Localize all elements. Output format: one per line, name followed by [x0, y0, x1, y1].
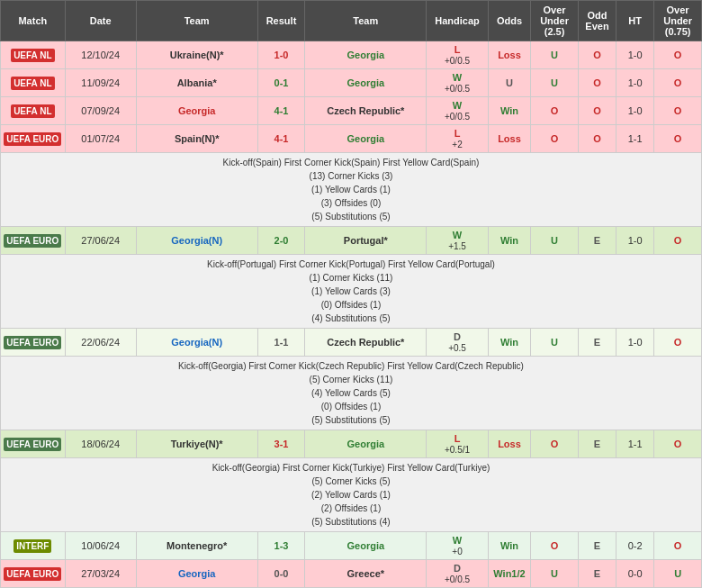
match-label-cell: INTERF [1, 532, 66, 560]
team1-name: Georgia [136, 560, 257, 588]
ht-score: 1-1 [616, 430, 654, 458]
ou075-value: O [654, 329, 702, 357]
odds-value: Win [488, 532, 530, 560]
odds-value: Win [488, 97, 530, 125]
team2-name: Greece* [305, 560, 427, 588]
match-result: 1-1 [257, 329, 305, 357]
odds-value: Loss [488, 41, 530, 69]
ou075-value: O [654, 430, 702, 458]
col-ou075: Over Under (0.75) [654, 1, 702, 41]
match-label-cell: UEFA NL [1, 97, 66, 125]
handicap-cell: W+0/0.5 [427, 69, 489, 97]
detail-row: Kick-off(Georgia) First Corner Kick(Turk… [1, 458, 702, 532]
team1-name: Georgia [136, 97, 257, 125]
odds-value: Win [488, 227, 530, 255]
team2-name: Georgia [305, 430, 427, 458]
detail-text: Kick-off(Georgia) First Corner Kick(Turk… [1, 458, 702, 532]
ou25-value: O [531, 97, 579, 125]
col-handicap: Handicap [427, 1, 489, 41]
match-result: 4-1 [257, 97, 305, 125]
team1-name: Spain(N)* [136, 125, 257, 153]
match-row: UEFA EURO27/06/24Georgia(N)2-0Portugal*W… [1, 227, 702, 255]
ht-score: 1-0 [616, 97, 654, 125]
match-date: 07/09/24 [65, 97, 136, 125]
match-result: 1-3 [257, 532, 305, 560]
team1-name: Montenegro* [136, 532, 257, 560]
match-row: INTERF10/06/24Montenegro*1-3GeorgiaW+0Wi… [1, 532, 702, 560]
match-row: UEFA NL12/10/24Ukraine(N)*1-0GeorgiaL+0/… [1, 41, 702, 69]
handicap-cell: D+0/0.5 [427, 560, 489, 588]
ht-score: 1-0 [616, 41, 654, 69]
handicap-cell: W+0 [427, 532, 489, 560]
ou25-value: U [531, 41, 579, 69]
match-row: UEFA EURO18/06/24Turkiye(N)*3-1GeorgiaL+… [1, 430, 702, 458]
odd-even-value: O [578, 125, 616, 153]
match-result: 0-1 [257, 69, 305, 97]
match-row: UEFA EURO22/06/24Georgia(N)1-1Czech Repu… [1, 329, 702, 357]
team2-name: Georgia [305, 125, 427, 153]
detail-text: Kick-off(Portugal) First Corner Kick(Por… [1, 255, 702, 329]
ou075-value: O [654, 532, 702, 560]
ht-score: 1-0 [616, 329, 654, 357]
ou075-value: U [654, 560, 702, 588]
ht-score: 1-0 [616, 227, 654, 255]
match-row: UEFA EURO01/07/24Spain(N)*4-1GeorgiaL+2L… [1, 125, 702, 153]
detail-row: Kick-off(Spain) First Corner Kick(Spain)… [1, 153, 702, 227]
match-row: UEFA NL11/09/24Albania*0-1GeorgiaW+0/0.5… [1, 69, 702, 97]
col-ou25: Over Under (2.5) [531, 1, 579, 41]
team2-name: Portugal* [305, 227, 427, 255]
odd-even-value: O [578, 69, 616, 97]
odds-value: Loss [488, 430, 530, 458]
match-label-cell: UEFA EURO [1, 560, 66, 588]
handicap-cell: L+0.5/1 [427, 430, 489, 458]
match-label-cell: UEFA EURO [1, 125, 66, 153]
col-oe: Odd Even [578, 1, 616, 41]
match-label-cell: UEFA NL [1, 41, 66, 69]
team2-name: Georgia [305, 41, 427, 69]
odd-even-value: E [578, 532, 616, 560]
ou075-value: O [654, 69, 702, 97]
match-label-cell: UEFA EURO [1, 430, 66, 458]
ht-score: 0-2 [616, 532, 654, 560]
ht-score: 1-1 [616, 125, 654, 153]
ou25-value: U [531, 69, 579, 97]
col-odds: Odds [488, 1, 530, 41]
ht-score: 0-0 [616, 560, 654, 588]
handicap-cell: L+2 [427, 125, 489, 153]
ou25-value: O [531, 430, 579, 458]
match-result: 4-1 [257, 125, 305, 153]
match-label-cell: UEFA EURO [1, 329, 66, 357]
team2-name: Czech Republic* [305, 97, 427, 125]
match-date: 18/06/24 [65, 430, 136, 458]
odd-even-value: O [578, 41, 616, 69]
team1-name: Georgia(N) [136, 329, 257, 357]
match-date: 01/07/24 [65, 125, 136, 153]
col-team1: Team [136, 1, 257, 41]
ou25-value: O [531, 125, 579, 153]
col-ht: HT [616, 1, 654, 41]
ou25-value: U [531, 329, 579, 357]
odd-even-value: E [578, 430, 616, 458]
odd-even-value: E [578, 329, 616, 357]
team1-name: Turkiye(N)* [136, 430, 257, 458]
match-result: 3-1 [257, 430, 305, 458]
ou075-value: O [654, 41, 702, 69]
ou25-value: U [531, 560, 579, 588]
ou25-value: U [531, 227, 579, 255]
detail-row: Kick-off(Georgia) First Corner Kick(Czec… [1, 357, 702, 430]
odd-even-value: E [578, 560, 616, 588]
match-date: 27/03/24 [65, 560, 136, 588]
handicap-cell: L+0/0.5 [427, 41, 489, 69]
match-label-cell: UEFA NL [1, 69, 66, 97]
col-match: Match [1, 1, 66, 41]
col-result: Result [257, 1, 305, 41]
detail-text: Kick-off(Georgia) First Corner Kick(Czec… [1, 357, 702, 430]
match-row: UEFA EURO27/03/24Georgia0-0Greece*D+0/0.… [1, 560, 702, 588]
match-date: 12/10/24 [65, 41, 136, 69]
team2-name: Georgia [305, 532, 427, 560]
match-date: 10/06/24 [65, 532, 136, 560]
odds-value: Win1/2 [488, 560, 530, 588]
col-date: Date [65, 1, 136, 41]
col-team2: Team [305, 1, 427, 41]
odds-value: U [488, 69, 530, 97]
